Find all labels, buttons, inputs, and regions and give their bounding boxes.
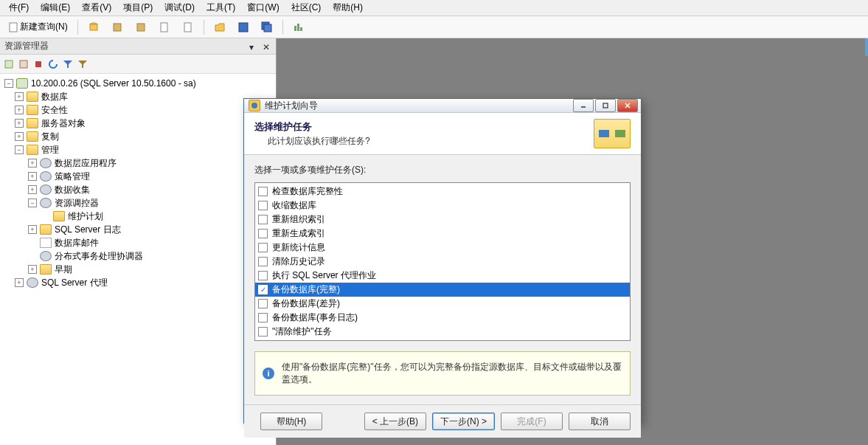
tb-open[interactable] — [209, 19, 231, 35]
dialog-titlebar[interactable]: 维护计划向导 — [244, 99, 641, 113]
next-button[interactable]: 下一步(N) > — [432, 413, 495, 430]
connect-icon[interactable] — [3, 58, 15, 70]
task-item[interactable]: 备份数据库(事务日志) — [255, 311, 630, 325]
cancel-button[interactable]: 取消 — [569, 413, 631, 430]
filter2-icon[interactable] — [77, 58, 88, 70]
close-icon[interactable]: ✕ — [263, 42, 271, 51]
close-button[interactable] — [617, 99, 638, 112]
menu-help[interactable]: 帮助(H) — [327, 0, 369, 15]
tb-btn-4[interactable] — [153, 19, 176, 35]
doc-icon — [159, 21, 170, 33]
task-item[interactable]: 清除历史记录 — [255, 255, 630, 269]
task-item[interactable]: 重新生成索引 — [255, 227, 630, 241]
task-checkbox[interactable] — [258, 285, 268, 294]
svg-rect-6 — [184, 23, 191, 32]
task-checkbox[interactable] — [258, 271, 268, 280]
server-objects-node[interactable]: +服务器对象 — [1, 117, 274, 130]
menu-community[interactable]: 社区(C) — [285, 0, 327, 15]
db-mail-node[interactable]: +数据库邮件 — [1, 236, 274, 249]
side-tab[interactable] — [865, 38, 868, 56]
menu-window[interactable]: 窗口(W) — [241, 0, 285, 15]
agent-icon — [27, 277, 38, 288]
tb-btn-3[interactable] — [130, 19, 152, 35]
server-icon — [16, 78, 28, 89]
back-button[interactable]: < 上一步(B) — [364, 413, 426, 430]
task-checkbox[interactable] — [258, 215, 268, 224]
new-query-label: 新建查询(N) — [20, 21, 68, 33]
task-checkbox[interactable] — [258, 201, 268, 210]
dtc-node[interactable]: +分布式事务处理协调器 — [1, 249, 274, 263]
task-item[interactable]: "清除维护"任务 — [255, 325, 630, 339]
task-label: 更新统计信息 — [272, 241, 325, 254]
new-query-button[interactable]: 新建查询(N) — [3, 19, 73, 35]
task-item[interactable]: 收缩数据库 — [255, 199, 630, 213]
governor-node[interactable]: −资源调控器 — [1, 196, 274, 210]
tb-save[interactable] — [232, 19, 254, 35]
maint-plan-node[interactable]: +维护计划 — [1, 210, 274, 223]
tb-btn-5[interactable] — [177, 19, 199, 35]
task-checkbox[interactable] — [258, 257, 268, 266]
menu-file[interactable]: 件(F) — [3, 0, 35, 15]
server-node[interactable]: −10.200.0.26 (SQL Server 10.50.1600 - sa… — [1, 77, 274, 90]
security-node[interactable]: +安全性 — [1, 103, 274, 117]
task-label: 收缩数据库 — [272, 199, 316, 212]
task-prompt: 选择一项或多项维护任务(S): — [254, 164, 631, 176]
menu-edit[interactable]: 编辑(E) — [35, 0, 76, 15]
folder-icon — [27, 105, 38, 115]
svg-rect-4 — [137, 24, 145, 31]
toolbar: 新建查询(N) — [0, 16, 868, 38]
task-item[interactable]: 检查数据库完整性 — [255, 184, 630, 199]
dialog-header: 选择维护任务 此计划应该执行哪些任务? — [244, 113, 641, 155]
legacy-node[interactable]: +早期 — [1, 263, 274, 276]
filter-icon[interactable] — [62, 58, 74, 70]
dropdown-icon[interactable]: ▾ — [249, 42, 258, 51]
task-checkbox[interactable] — [258, 299, 268, 308]
svg-rect-17 — [603, 103, 608, 108]
task-checkbox[interactable] — [258, 187, 268, 196]
object-tree[interactable]: −10.200.0.26 (SQL Server 10.50.1600 - sa… — [0, 74, 276, 445]
disconnect-icon[interactable] — [18, 58, 29, 70]
task-label: 执行 SQL Server 代理作业 — [272, 269, 376, 282]
maximize-button[interactable] — [595, 99, 616, 112]
refresh-icon[interactable] — [47, 58, 59, 70]
task-item[interactable]: 备份数据库(差异) — [255, 297, 630, 311]
management-node[interactable]: −管理 — [1, 143, 274, 156]
menu-view[interactable]: 查看(V) — [76, 0, 117, 15]
menu-project[interactable]: 项目(P) — [117, 0, 159, 15]
cube-icon — [111, 21, 123, 33]
sql-log-node[interactable]: +SQL Server 日志 — [1, 223, 274, 236]
maintenance-plan-wizard-dialog: 维护计划向导 选择维护任务 此计划应该执行哪些任务? 选择一项或多项维护任务(S… — [243, 98, 642, 424]
task-item[interactable]: 执行 SQL Server 代理作业 — [255, 269, 630, 283]
task-checkbox[interactable] — [258, 229, 268, 238]
hint-panel: i 使用"备份数据库(完整)"任务，您可以为完整备份指定源数据库、目标文件或磁带… — [254, 351, 631, 396]
svg-rect-0 — [10, 23, 17, 32]
collection-node[interactable]: +数据收集 — [1, 183, 274, 196]
object-explorer-label: 资源管理器 — [4, 40, 49, 52]
tb-saveall[interactable] — [256, 19, 278, 35]
task-item[interactable]: 备份数据库(完整) — [255, 283, 630, 297]
data-app-node[interactable]: +数据层应用程序 — [1, 156, 274, 170]
agent-node[interactable]: +SQL Server 代理 — [1, 276, 274, 289]
wizard-icon — [249, 100, 260, 111]
dialog-body: 选择一项或多项维护任务(S): 检查数据库完整性收缩数据库重新组织索引重新生成索… — [244, 155, 641, 404]
replication-node[interactable]: +复制 — [1, 130, 274, 143]
folder-icon — [40, 224, 52, 235]
menu-tools[interactable]: 工具(T) — [201, 0, 241, 15]
task-checkbox[interactable] — [258, 327, 268, 337]
task-item[interactable]: 重新组织索引 — [255, 213, 630, 227]
task-checkbox[interactable] — [258, 313, 268, 322]
help-button[interactable]: 帮助(H) — [260, 413, 322, 430]
tb-activity[interactable] — [288, 19, 310, 35]
tb-btn-2[interactable] — [106, 19, 128, 35]
stop-icon[interactable] — [32, 58, 44, 70]
separator — [282, 20, 283, 35]
menu-debug[interactable]: 调试(D) — [159, 0, 201, 15]
task-item[interactable]: 更新统计信息 — [255, 241, 630, 255]
minimize-button[interactable] — [573, 99, 594, 112]
task-checklist[interactable]: 检查数据库完整性收缩数据库重新组织索引重新生成索引更新统计信息清除历史记录执行 … — [254, 182, 631, 341]
finish-button[interactable]: 完成(F) — [501, 413, 563, 430]
tb-db-icon[interactable] — [83, 19, 105, 35]
task-checkbox[interactable] — [258, 243, 268, 252]
policy-node[interactable]: +策略管理 — [1, 170, 274, 183]
databases-node[interactable]: +数据库 — [1, 90, 274, 103]
